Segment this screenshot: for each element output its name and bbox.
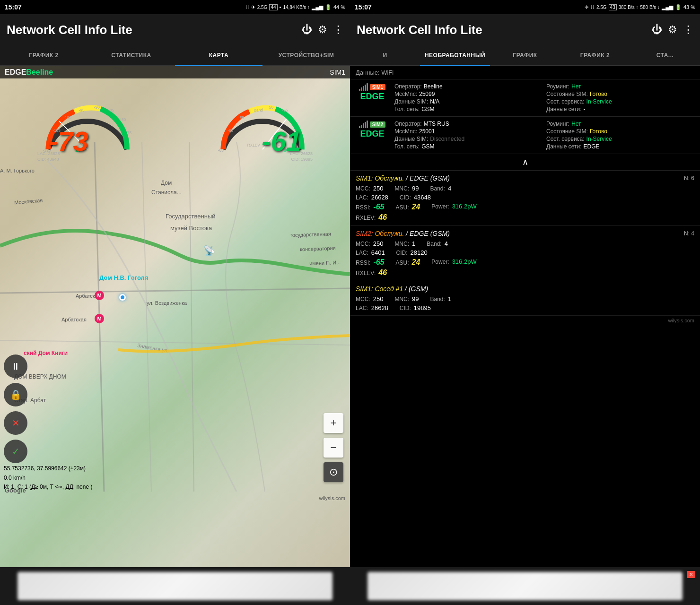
sim1-bar1 (359, 89, 360, 91)
zoom-out-button[interactable]: − (324, 438, 343, 458)
sim2-bar3 (363, 123, 364, 128)
x-red-button[interactable]: ✕ (4, 411, 27, 435)
sim2-operator-value: MTS RUS (424, 121, 449, 127)
right-battery-pct: 43 % (683, 4, 695, 10)
cell2-rxlev-label: RXLEV: (356, 270, 376, 277)
cell1-rxlev-label: RXLEV: (356, 215, 376, 221)
cell2-lac-label: LAC: (356, 250, 368, 256)
left-status-icons: ⁞⁞ ✈ 2.5G 44 • 14,84 KB/s ↑ ▂▄▆ 🔋 44 % (245, 4, 345, 10)
cell-section-sim1-serving: SIM1: Обслужи. / EDGE (GSM) N: 6 MCC: 25… (350, 171, 700, 226)
check-button[interactable]: ✓ (4, 440, 27, 463)
svg-text:-55: -55 (282, 108, 288, 112)
cell2-rssi-label: RSSI: (356, 259, 370, 266)
signal-bars: ▂▄▆ (312, 4, 323, 10)
cell3-lac: LAC: 26628 (356, 304, 388, 311)
tab-grafik2[interactable]: ГРАФИК 2 (0, 45, 88, 65)
cell3-lac-cid: LAC: 26628 CID: 19895 (356, 304, 694, 311)
right-power-icon[interactable]: ⏻ (652, 24, 662, 36)
sim1-operator-row: Оператор: Beeline (394, 83, 542, 90)
pause-button[interactable]: ⏸ (4, 354, 27, 378)
svg-text:-85: -85 (108, 108, 114, 112)
cell2-band-label: Band: (427, 241, 441, 247)
menu-icon[interactable]: ⋮ (333, 24, 343, 36)
sim1-datanet-label: Данные сети: (546, 106, 582, 112)
sim1-mccmnc-row: MccMnc: 25099 (394, 91, 542, 97)
lac-right: LAC: 26628 (290, 151, 313, 156)
sim1-roaming-row: Роуминг: Нет (546, 83, 694, 90)
cell2-band-value: 4 (445, 240, 448, 247)
cell2-asu: ASU: 24 (395, 258, 420, 267)
settings-icon[interactable]: ⚙ (318, 24, 327, 36)
network-type: 2.5G (257, 5, 268, 10)
power-icon[interactable]: ⏻ (302, 24, 312, 36)
tab-grafik[interactable]: ГРАФИК (490, 45, 560, 65)
left-status-bar: 15:07 ⁞⁞ ✈ 2.5G 44 • 14,84 KB/s ↑ ▂▄▆ 🔋 … (0, 0, 350, 14)
cell2-mcc-value: 250 (373, 240, 384, 247)
cell3-cid: CID: 19895 (400, 304, 431, 311)
cell1-rssi: RSSI: -65 (356, 203, 384, 211)
cell3-data: MCC: 250 MNC: 99 Band: 1 (356, 295, 694, 302)
right-gauge: -65 -60 -55 Band 50 -55 RXLEV ASU ⊕ -61 … (210, 99, 315, 156)
raw-content[interactable]: Данные: WiFi SIM1 EDGE (350, 66, 700, 567)
tab-karta[interactable]: КАРТА (175, 45, 262, 65)
map-container[interactable]: EDGE Beeline SIM1 (0, 66, 350, 567)
sim2-simstate-label: Состояние SIM: (546, 128, 588, 135)
right-signal-bars: ▂▄▆ (662, 4, 673, 10)
lock-button[interactable]: 🔒 (4, 383, 27, 406)
tab-ustrojstvo[interactable]: УСТРОЙСТВО+SIM (262, 45, 350, 65)
sim1-datasim-row: Данные SIM: N/A (394, 98, 542, 105)
sim1-voicenet-value: GSM (421, 106, 434, 112)
cell2-lac: LAC: 6401 (356, 249, 385, 256)
cell1-rssi-label: RSSI: (356, 204, 370, 211)
sim1-info-grid: Оператор: Beeline Роуминг: Нет MccMnc: 2… (394, 83, 694, 112)
battery-icon: 🔋 (325, 4, 332, 10)
left-panel: 15:07 ⁞⁞ ✈ 2.5G 44 • 14,84 KB/s ↑ ▂▄▆ 🔋 … (0, 0, 350, 605)
sim2-datasim-row: Данные SIM: Disconnected (394, 136, 542, 142)
sim2-voicenet-label: Гол. сеть: (394, 143, 420, 150)
cell2-tech: EDGE (GSM) (410, 230, 450, 237)
sim1-left: SIM1 EDGE (356, 83, 389, 112)
cell3-lac-label: LAC: (356, 305, 368, 311)
sim1-mccmnc-value: 25099 (419, 91, 435, 97)
tab-sta[interactable]: СТА... (630, 45, 700, 65)
right-settings-icon[interactable]: ⚙ (668, 24, 677, 36)
cell1-data: MCC: 250 MNC: 99 Band: 4 (356, 185, 694, 192)
sim2-left: SIM2 EDGE (356, 121, 389, 150)
location-button[interactable]: ⊙ (324, 462, 343, 482)
cell2-cid-value: 28120 (411, 249, 428, 256)
cell-section-sim2-serving: SIM2: Обслужи. / EDGE (GSM) N: 4 MCC: 25… (350, 226, 700, 281)
ad-close-button[interactable]: ✕ (687, 571, 695, 578)
sim2-badge: SIM2 (370, 121, 385, 128)
cell2-data: MCC: 250 MNC: 1 Band: 4 (356, 240, 694, 247)
cell2-rssi: RSSI: -65 (356, 258, 384, 267)
sim1-voicenet-row: Гол. сеть: GSM (394, 106, 542, 112)
sim1-card: SIM1 EDGE Оператор: Beeline Роуминг: Нет… (350, 79, 700, 117)
operator-label: Beeline (26, 68, 53, 77)
cell2-lac-cid: LAC: 6401 CID: 28120 (356, 249, 694, 256)
cell1-mcc: MCC: 250 (356, 185, 383, 192)
cell1-n: N: 6 (684, 175, 694, 182)
cell1-status: Обслужи. (375, 174, 404, 182)
right-network-type: 2.5G (596, 5, 607, 10)
network-type-label: EDGE (5, 68, 26, 77)
cell2-rssi-value: -65 (373, 258, 384, 267)
zoom-in-button[interactable]: + (324, 413, 343, 433)
cell2-n: N: 4 (684, 230, 694, 237)
sim2-datasim-value: Disconnected (430, 136, 464, 142)
tab-statistika[interactable]: СТАТИСТИКА (88, 45, 175, 65)
cell1-lac-label: LAC: (356, 194, 368, 201)
cell3-mnc-label: MNC: (394, 296, 409, 302)
cell2-cid: CID: 28120 (396, 249, 428, 256)
tab-neobrabotan[interactable]: НЕОБРАБОТАННЫЙ (420, 45, 490, 65)
tab-right-grafik2[interactable]: ГРАФИК 2 (560, 45, 630, 65)
location-dot (119, 294, 126, 301)
cell3-sep: / (405, 285, 409, 293)
tab-i[interactable]: И (350, 45, 420, 65)
map-left-controls: ⏸ 🔒 ✕ ✓ (4, 354, 27, 463)
right-menu-icon[interactable]: ⋮ (683, 24, 693, 36)
sim1-roaming-value: Нет (571, 83, 581, 90)
collapse-button[interactable]: ∧ (350, 154, 700, 171)
right-status-icons: ✈ ⁞⁞ 2.5G 43 380 B/s ↑ 580 B/s ↓ ▂▄▆ 🔋 4… (585, 4, 695, 10)
left-app-header: Network Cell Info Lite ⏻ ⚙ ⋮ (0, 14, 350, 45)
cell2-mnc-label: MNC: (394, 241, 409, 247)
